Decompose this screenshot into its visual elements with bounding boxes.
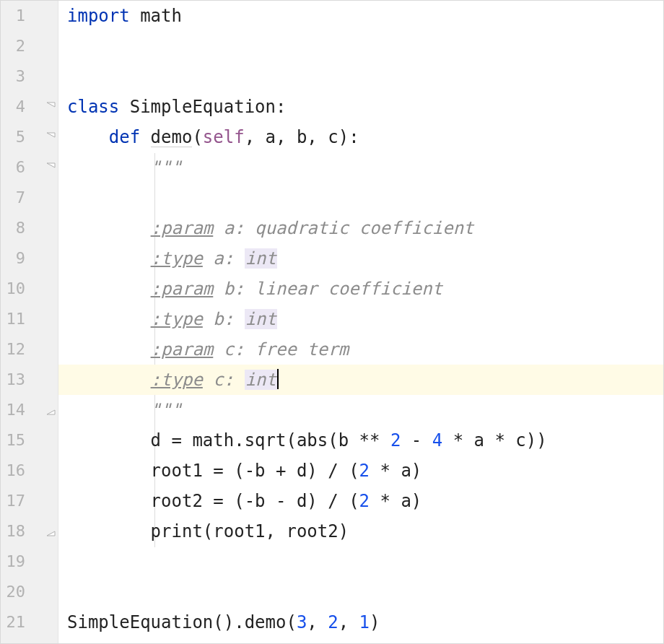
line-number: 8: [1, 213, 25, 243]
code-line[interactable]: :param c: free term: [58, 334, 663, 365]
code-line[interactable]: d = math.sqrt(abs(b ** 2 - 4 * a * c)): [58, 425, 663, 456]
fold-start-icon[interactable]: [46, 132, 56, 142]
line-number: 12: [1, 334, 25, 365]
line-number: 16: [1, 456, 25, 486]
line-number: 14: [1, 395, 25, 425]
line-number: 11: [1, 304, 25, 334]
line-number: 9: [1, 243, 25, 274]
line-number: 21: [1, 607, 25, 638]
code-line[interactable]: [58, 547, 663, 577]
code-line[interactable]: :type a: int: [58, 243, 663, 274]
code-line[interactable]: def demo(self, a, b, c):: [58, 122, 663, 152]
line-number: 18: [1, 516, 25, 547]
fold-end-icon[interactable]: [46, 405, 56, 415]
code-line[interactable]: print(root1, root2): [58, 516, 663, 547]
code-line[interactable]: """: [58, 395, 663, 425]
code-line[interactable]: :param a: quadratic coefficient: [58, 213, 663, 243]
line-number: 2: [1, 31, 25, 61]
fold-start-icon[interactable]: [46, 162, 56, 173]
code-line[interactable]: [58, 31, 663, 61]
code-line[interactable]: :param b: linear coefficient: [58, 274, 663, 304]
line-number: 15: [1, 425, 25, 456]
code-line[interactable]: [58, 577, 663, 607]
line-number: 6: [1, 152, 25, 183]
line-number: 19: [1, 547, 25, 577]
code-line[interactable]: SimpleEquation().demo(3, 2, 1): [58, 607, 663, 638]
line-number: 1: [1, 1, 25, 31]
fold-start-icon[interactable]: [46, 102, 56, 112]
code-editor[interactable]: 1 2 3 4 5 6 7 8 9 10 11 12 13 14: [0, 0, 664, 644]
gutter: 1 2 3 4 5 6 7 8 9 10 11 12 13 14: [1, 1, 58, 643]
line-number: 7: [1, 183, 25, 213]
line-number: 10: [1, 274, 25, 304]
code-area[interactable]: import math class SimpleEquation: def de…: [58, 1, 663, 643]
fold-end-icon[interactable]: [46, 526, 56, 536]
line-number: 3: [1, 61, 25, 92]
code-line[interactable]: class SimpleEquation:: [58, 92, 663, 122]
text-caret: [277, 369, 279, 389]
code-line[interactable]: :type b: int: [58, 304, 663, 334]
line-number: 13: [1, 365, 25, 395]
line-number: 4: [1, 92, 25, 122]
code-line[interactable]: import math: [58, 1, 663, 31]
code-line[interactable]: """: [58, 152, 663, 183]
line-number: 20: [1, 577, 25, 607]
code-line[interactable]: [58, 61, 663, 92]
line-number: 17: [1, 486, 25, 516]
code-line[interactable]: root1 = (-b + d) / (2 * a): [58, 456, 663, 486]
line-number: 5: [1, 122, 25, 152]
code-line-current[interactable]: :type c: int: [58, 365, 663, 395]
code-line[interactable]: root2 = (-b - d) / (2 * a): [58, 486, 663, 516]
code-line[interactable]: [58, 183, 663, 213]
